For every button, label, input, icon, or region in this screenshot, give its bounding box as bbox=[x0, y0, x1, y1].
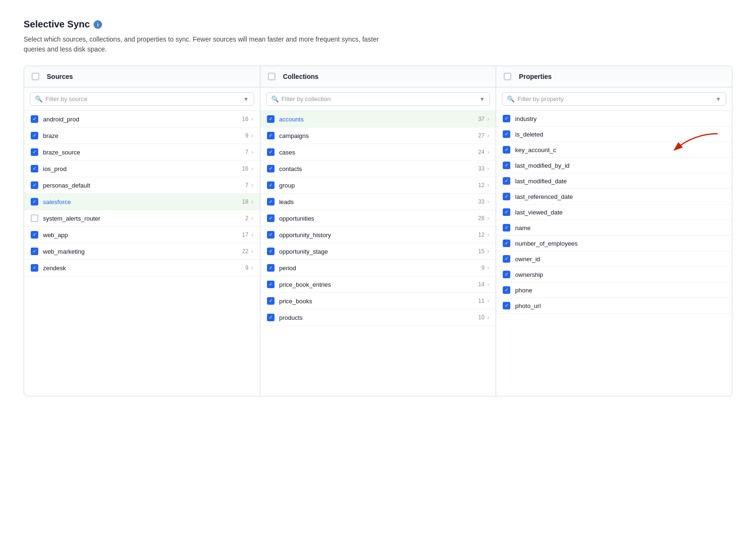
properties-item-checkbox[interactable]: ✓ bbox=[503, 224, 510, 231]
properties-item-checkbox[interactable]: ✓ bbox=[503, 162, 510, 169]
properties-list-item[interactable]: ✓photo_url bbox=[496, 298, 732, 314]
collections-list-item[interactable]: ✓period9› bbox=[260, 260, 496, 276]
collections-item-checkbox[interactable]: ✓ bbox=[267, 214, 275, 222]
collections-select-all-checkbox[interactable] bbox=[268, 73, 275, 80]
collections-item-checkbox[interactable]: ✓ bbox=[267, 148, 275, 156]
collections-item-chevron[interactable]: › bbox=[487, 165, 489, 172]
properties-list-item[interactable]: ✓owner_id bbox=[496, 251, 732, 267]
properties-list-item[interactable]: ✓last_modified_by_id bbox=[496, 158, 732, 173]
sources-item-checkbox[interactable] bbox=[31, 214, 38, 222]
properties-item-checkbox[interactable]: ✓ bbox=[503, 240, 510, 247]
sources-item-chevron[interactable]: › bbox=[251, 132, 253, 139]
sources-list-item[interactable]: ✓braze9› bbox=[24, 128, 260, 144]
collections-list-item[interactable]: ✓group12› bbox=[260, 177, 496, 194]
collections-list-item[interactable]: ✓opportunity_stage15› bbox=[260, 243, 496, 260]
collections-item-chevron[interactable]: › bbox=[487, 198, 489, 205]
properties-filter-input[interactable]: 🔍 Filter by property ▼ bbox=[502, 92, 726, 106]
sources-list-item[interactable]: ✓android_prod16› bbox=[24, 111, 260, 128]
collections-item-chevron[interactable]: › bbox=[487, 132, 489, 139]
sources-item-checkbox[interactable]: ✓ bbox=[31, 231, 38, 239]
sources-list-item[interactable]: ✓zendesk9› bbox=[24, 260, 260, 276]
collections-item-checkbox[interactable]: ✓ bbox=[267, 264, 275, 272]
sources-item-checkbox[interactable]: ✓ bbox=[31, 198, 38, 206]
collections-list-item[interactable]: ✓leads33› bbox=[260, 194, 496, 210]
sources-item-chevron[interactable]: › bbox=[251, 231, 253, 238]
collections-item-checkbox[interactable]: ✓ bbox=[267, 181, 275, 189]
properties-list-item[interactable]: ✓phone bbox=[496, 283, 732, 298]
sources-item-chevron[interactable]: › bbox=[251, 198, 253, 205]
properties-item-checkbox[interactable]: ✓ bbox=[503, 302, 510, 309]
collections-list-item[interactable]: ✓opportunity_history12› bbox=[260, 227, 496, 243]
sources-list-item[interactable]: ✓web_marketing22› bbox=[24, 243, 260, 260]
sources-list-item[interactable]: system_alerts_router2› bbox=[24, 210, 260, 227]
properties-list-item[interactable]: ✓name bbox=[496, 220, 732, 236]
collections-item-checkbox[interactable]: ✓ bbox=[267, 248, 275, 255]
properties-item-checkbox[interactable]: ✓ bbox=[503, 255, 510, 263]
collections-item-chevron[interactable]: › bbox=[487, 215, 489, 222]
properties-item-checkbox[interactable]: ✓ bbox=[503, 146, 510, 154]
collections-item-chevron[interactable]: › bbox=[487, 298, 489, 304]
sources-item-chevron[interactable]: › bbox=[251, 116, 253, 122]
sources-list-item[interactable]: ✓braze_source7› bbox=[24, 144, 260, 161]
sources-list-item[interactable]: ✓personas_default7› bbox=[24, 177, 260, 194]
sources-item-checkbox[interactable]: ✓ bbox=[31, 165, 38, 172]
collections-item-checkbox[interactable]: ✓ bbox=[267, 314, 275, 321]
properties-select-all-checkbox[interactable] bbox=[504, 73, 511, 80]
sources-item-chevron[interactable]: › bbox=[251, 149, 253, 155]
sources-item-chevron[interactable]: › bbox=[251, 182, 253, 188]
sources-item-chevron[interactable]: › bbox=[251, 165, 253, 172]
collections-list-item[interactable]: ✓opportunities26› bbox=[260, 210, 496, 227]
collections-list-item[interactable]: ✓products10› bbox=[260, 309, 496, 326]
sources-item-checkbox[interactable]: ✓ bbox=[31, 115, 38, 123]
collections-item-chevron[interactable]: › bbox=[487, 149, 489, 155]
sources-filter-input[interactable]: 🔍 Filter by source ▼ bbox=[30, 92, 254, 106]
properties-list-item[interactable]: ✓ownership bbox=[496, 267, 732, 283]
properties-item-checkbox[interactable]: ✓ bbox=[503, 177, 510, 185]
properties-item-checkbox[interactable]: ✓ bbox=[503, 130, 510, 138]
properties-item-checkbox[interactable]: ✓ bbox=[503, 271, 510, 278]
collections-item-chevron[interactable]: › bbox=[487, 231, 489, 238]
collections-item-chevron[interactable]: › bbox=[487, 281, 489, 288]
sources-item-checkbox[interactable]: ✓ bbox=[31, 148, 38, 156]
properties-list-item[interactable]: ✓last_referenced_date bbox=[496, 189, 732, 205]
sources-item-checkbox[interactable]: ✓ bbox=[31, 248, 38, 255]
collections-list-item[interactable]: ✓cases24› bbox=[260, 144, 496, 161]
properties-list-item[interactable]: ✓key_account_c bbox=[496, 142, 732, 158]
collections-item-checkbox[interactable]: ✓ bbox=[267, 297, 275, 305]
collections-item-chevron[interactable]: › bbox=[487, 248, 489, 255]
sources-list-item[interactable]: ✓ios_prod16› bbox=[24, 161, 260, 177]
properties-list-item[interactable]: ✓last_modified_date bbox=[496, 173, 732, 189]
sources-item-chevron[interactable]: › bbox=[251, 248, 253, 255]
sources-list-item[interactable]: ✓salesforce18› bbox=[24, 194, 260, 210]
properties-item-checkbox[interactable]: ✓ bbox=[503, 193, 510, 200]
properties-item-checkbox[interactable]: ✓ bbox=[503, 115, 510, 122]
collections-item-chevron[interactable]: › bbox=[487, 314, 489, 321]
collections-item-checkbox[interactable]: ✓ bbox=[267, 281, 275, 288]
properties-list-item[interactable]: ✓is_deleted bbox=[496, 127, 732, 142]
properties-list-item[interactable]: ✓industry bbox=[496, 111, 732, 127]
collections-item-chevron[interactable]: › bbox=[487, 182, 489, 188]
collections-list-item[interactable]: ✓accounts37› bbox=[260, 111, 496, 128]
collections-list-item[interactable]: ✓price_books11› bbox=[260, 293, 496, 309]
collections-list-item[interactable]: ✓contacts33› bbox=[260, 161, 496, 177]
sources-item-checkbox[interactable]: ✓ bbox=[31, 181, 38, 189]
collections-item-checkbox[interactable]: ✓ bbox=[267, 165, 275, 172]
collections-item-chevron[interactable]: › bbox=[487, 116, 489, 122]
collections-list-item[interactable]: ✓campaigns27› bbox=[260, 128, 496, 144]
collections-item-checkbox[interactable]: ✓ bbox=[267, 115, 275, 123]
collections-item-checkbox[interactable]: ✓ bbox=[267, 132, 275, 139]
collections-item-checkbox[interactable]: ✓ bbox=[267, 198, 275, 206]
properties-list-item[interactable]: ✓number_of_employees bbox=[496, 236, 732, 251]
collections-list-item[interactable]: ✓price_book_entries14› bbox=[260, 276, 496, 293]
collections-filter-input[interactable]: 🔍 Filter by collection ▼ bbox=[266, 92, 490, 106]
info-icon[interactable]: i bbox=[94, 20, 102, 29]
sources-select-all-checkbox[interactable] bbox=[32, 73, 39, 80]
collections-item-chevron[interactable]: › bbox=[487, 265, 489, 271]
collections-item-checkbox[interactable]: ✓ bbox=[267, 231, 275, 239]
properties-list-item[interactable]: ✓last_viewed_date bbox=[496, 205, 732, 220]
sources-item-chevron[interactable]: › bbox=[251, 265, 253, 271]
sources-item-checkbox[interactable]: ✓ bbox=[31, 132, 38, 139]
sources-list-item[interactable]: ✓web_app17› bbox=[24, 227, 260, 243]
sources-item-checkbox[interactable]: ✓ bbox=[31, 264, 38, 272]
properties-item-checkbox[interactable]: ✓ bbox=[503, 208, 510, 216]
